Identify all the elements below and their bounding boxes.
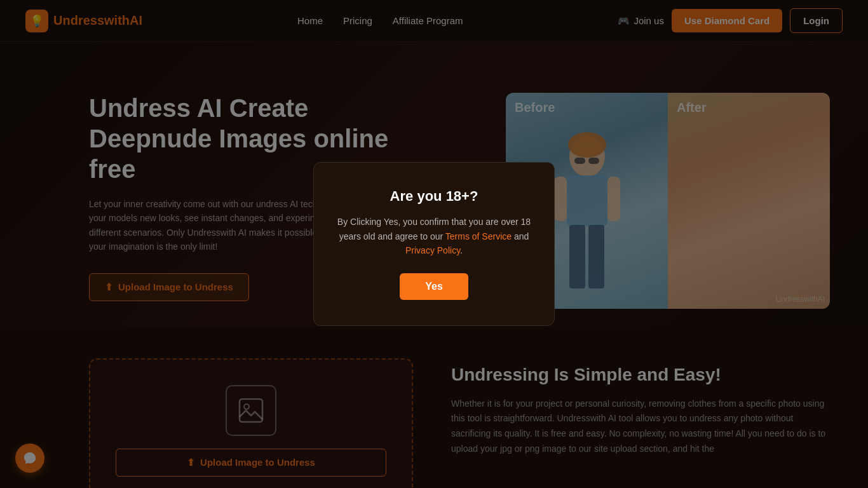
modal-body: By Clicking Yes, you confirm that you ar… <box>337 215 531 257</box>
privacy-link[interactable]: Privacy Policy <box>405 245 460 255</box>
modal-title: Are you 18+? <box>337 188 531 205</box>
tos-link[interactable]: Terms of Service <box>445 231 512 241</box>
modal-overlay: Are you 18+? By Clicking Yes, you confir… <box>0 0 868 488</box>
age-yes-button[interactable]: Yes <box>400 273 468 300</box>
age-verification-modal: Are you 18+? By Clicking Yes, you confir… <box>313 162 555 325</box>
